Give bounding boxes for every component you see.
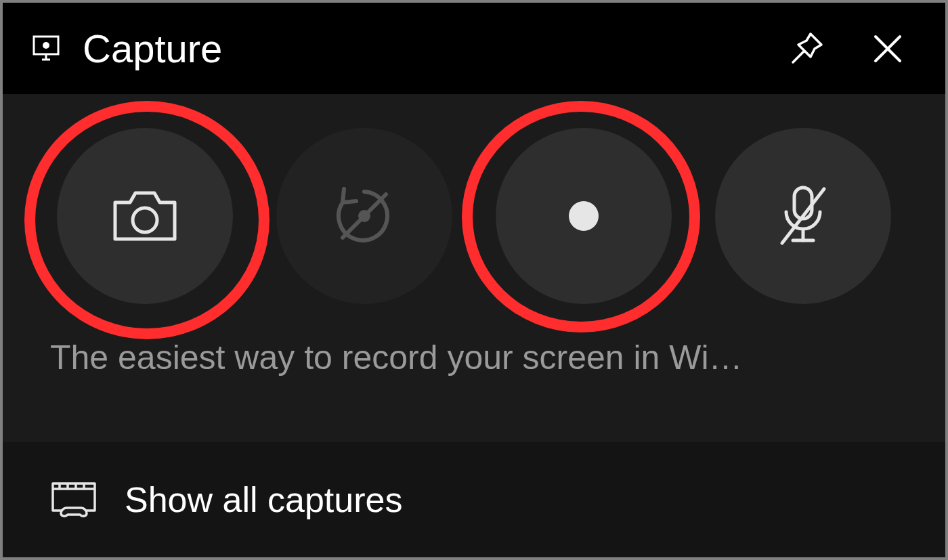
camera-icon xyxy=(111,188,179,245)
record-last-icon xyxy=(330,182,398,250)
close-button[interactable] xyxy=(857,18,918,79)
gallery-icon xyxy=(50,481,98,519)
screenshot-button-wrap xyxy=(43,114,246,318)
svg-line-4 xyxy=(793,51,804,62)
capture-buttons-row xyxy=(3,94,945,338)
close-icon xyxy=(870,31,905,66)
window-title: Capture xyxy=(83,26,756,71)
svg-point-10 xyxy=(569,201,599,231)
record-icon xyxy=(563,196,604,236)
status-text: The easiest way to record your screen in… xyxy=(3,338,945,404)
mic-toggle-button[interactable] xyxy=(715,128,891,304)
mic-button-wrap xyxy=(702,114,905,318)
capture-window: Capture xyxy=(3,3,945,557)
show-all-captures-label: Show all captures xyxy=(125,479,402,520)
svg-point-1 xyxy=(43,42,49,49)
capture-monitor-icon xyxy=(30,33,62,65)
record-button-wrap xyxy=(482,114,685,318)
titlebar: Capture xyxy=(3,3,945,94)
show-all-captures-button[interactable]: Show all captures xyxy=(3,442,945,557)
pin-button[interactable] xyxy=(776,18,837,79)
svg-point-7 xyxy=(133,208,157,232)
record-last-button[interactable] xyxy=(276,128,452,304)
record-last-button-wrap xyxy=(263,114,466,318)
capture-body: The easiest way to record your screen in… xyxy=(3,94,945,442)
mic-muted-icon xyxy=(773,182,834,250)
screenshot-button[interactable] xyxy=(57,128,233,304)
record-button[interactable] xyxy=(496,128,672,304)
pin-icon xyxy=(788,30,825,68)
